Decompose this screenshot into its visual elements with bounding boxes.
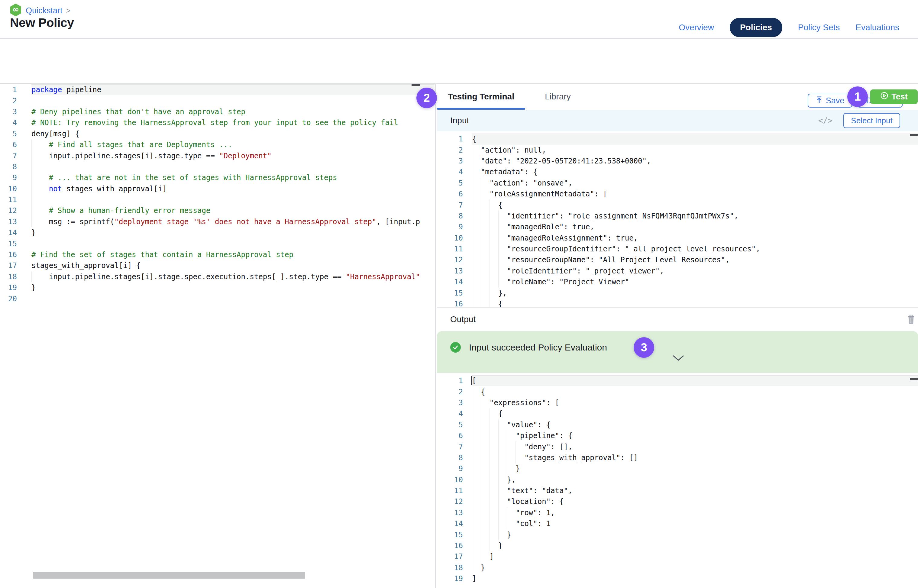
code-line[interactable]: 16 }: [437, 540, 918, 551]
code-line[interactable]: 10 not stages_with_approval[i]: [0, 183, 435, 194]
page-title: New Policy: [10, 16, 74, 30]
code-line[interactable]: 9 }: [437, 463, 918, 474]
code-line[interactable]: 15 }: [437, 529, 918, 540]
code-line[interactable]: 2 "action": null,: [437, 144, 918, 155]
code-line[interactable]: 15: [0, 238, 435, 249]
line-number: 12: [437, 255, 463, 264]
input-editor-scroll-thumb[interactable]: [910, 134, 918, 136]
code-line[interactable]: 9 # ... that are not in the set of stage…: [0, 172, 435, 183]
line-number: 15: [437, 531, 463, 539]
output-json-editor[interactable]: 1[2 {3 "expressions": [4 {5 "value": {6 …: [437, 373, 918, 588]
evaluation-success-banner: Input succeeded Policy Evaluation: [437, 331, 918, 373]
code-line[interactable]: 11 "text": "data",: [437, 485, 918, 496]
tab-library[interactable]: Library: [543, 84, 572, 110]
code-line[interactable]: 11: [0, 194, 435, 205]
output-editor-scroll-thumb[interactable]: [910, 378, 918, 380]
policy-code-editor[interactable]: 1package pipeline23# Deny pipelines that…: [0, 84, 435, 571]
line-number: 5: [0, 129, 17, 138]
breadcrumb-link-quickstart[interactable]: Quickstart: [26, 6, 63, 15]
code-line[interactable]: 14 "col": 1: [437, 518, 918, 529]
code-line[interactable]: 12 # Show a human-friendly error message: [0, 205, 435, 216]
line-number: 18: [0, 273, 17, 281]
code-line[interactable]: 19}: [0, 282, 435, 293]
code-line[interactable]: 15 },: [437, 288, 918, 298]
code-line[interactable]: 7 {: [437, 199, 918, 210]
line-number: 19: [437, 574, 463, 583]
code-line[interactable]: 13 msg := sprintf("deployment stage '%s'…: [0, 216, 435, 227]
code-line[interactable]: 16# Find the set of stages that contain …: [0, 249, 435, 260]
code-line[interactable]: 20: [0, 293, 435, 304]
nav-evaluations[interactable]: Evaluations: [855, 23, 899, 32]
trash-icon[interactable]: [907, 314, 915, 326]
code-line[interactable]: 3# Deny pipelines that don't have an app…: [0, 107, 435, 117]
code-icon[interactable]: </>: [818, 116, 832, 125]
line-number: 1: [0, 86, 17, 94]
code-line[interactable]: 17stages_with_approval[i] {: [0, 260, 435, 271]
code-line[interactable]: 4 "metadata": {: [437, 166, 918, 178]
code-text: {: [472, 386, 918, 397]
code-line[interactable]: 4 {: [437, 408, 918, 419]
code-line[interactable]: 14}: [0, 227, 435, 238]
code-line[interactable]: 1{: [437, 134, 918, 144]
code-line[interactable]: 2 {: [437, 386, 918, 397]
code-line[interactable]: 8 "identifier": "role_assignment_NsFQM43…: [437, 211, 918, 221]
code-text: deny[msg] {: [31, 128, 435, 139]
test-button[interactable]: Test: [870, 89, 918, 104]
code-text: {: [472, 134, 918, 144]
code-line[interactable]: 9 "managedRole": true,: [437, 221, 918, 233]
chevron-down-icon[interactable]: [672, 355, 685, 363]
code-text: input.pipeline.stages[i].stage.spec.exec…: [31, 271, 435, 282]
banner-row: Input succeeded Policy Evaluation: [450, 342, 607, 353]
code-line[interactable]: 4# NOTE: Try removing the HarnessApprova…: [0, 117, 435, 128]
line-number: 1: [437, 376, 463, 385]
code-line[interactable]: 6 "pipeline": {: [437, 430, 918, 441]
code-line[interactable]: 19]: [437, 573, 918, 584]
code-line[interactable]: 7 "deny": [],: [437, 441, 918, 452]
code-line[interactable]: 8: [0, 162, 435, 172]
code-text: [31, 162, 435, 172]
code-line[interactable]: 10 },: [437, 474, 918, 485]
line-number: 7: [437, 443, 463, 451]
policy-editor-scroll-thumb[interactable]: [412, 84, 420, 86]
code-line[interactable]: 5 "action": "onsave",: [437, 178, 918, 189]
code-line[interactable]: 5 "value": {: [437, 419, 918, 430]
nav-overview[interactable]: Overview: [679, 23, 714, 32]
code-line[interactable]: 2: [0, 95, 435, 106]
code-line[interactable]: 14 "roleName": "Project Viewer": [437, 276, 918, 288]
code-line[interactable]: 8 "stages_with_approval": []: [437, 452, 918, 463]
line-number: 8: [437, 454, 463, 462]
code-line[interactable]: 3 "expressions": [: [437, 397, 918, 408]
select-input-button[interactable]: Select Input: [844, 113, 900, 128]
banner-message: Input succeeded Policy Evaluation: [469, 342, 607, 353]
input-json-editor[interactable]: 1{2 "action": null,3 "date": "2022-05-05…: [437, 131, 918, 309]
code-text: input.pipeline.stages[i].stage.type == "…: [31, 150, 435, 161]
line-number: 10: [437, 234, 463, 242]
line-number: 20: [0, 295, 17, 303]
line-number: 14: [437, 519, 463, 528]
code-line[interactable]: 6 # Find all stages that are Deployments…: [0, 139, 435, 150]
code-line[interactable]: 11 "resourceGroupIdentifier": "_all_proj…: [437, 244, 918, 254]
nav-policies[interactable]: Policies: [730, 18, 782, 37]
code-line[interactable]: 18 input.pipeline.stages[i].stage.spec.e…: [0, 271, 435, 282]
line-number: 11: [0, 195, 17, 204]
code-line[interactable]: 6 "roleAssignmentMetadata": [: [437, 189, 918, 199]
code-line[interactable]: 17 ]: [437, 551, 918, 562]
code-line[interactable]: 13 "roleIdentifier": "_project_viewer",: [437, 266, 918, 276]
line-number: 11: [437, 245, 463, 253]
code-line[interactable]: 5deny[msg] {: [0, 128, 435, 139]
code-line[interactable]: 13 "row": 1,: [437, 507, 918, 518]
code-line[interactable]: 7 input.pipeline.stages[i].stage.type ==…: [0, 150, 435, 161]
policy-editor-hscrollbar-thumb[interactable]: [33, 572, 305, 578]
code-line[interactable]: 12 "location": {: [437, 496, 918, 507]
tab-testing-terminal[interactable]: Testing Terminal: [437, 84, 525, 110]
code-text: }: [31, 282, 435, 293]
code-line[interactable]: 1package pipeline: [0, 84, 435, 95]
pane-divider[interactable]: [435, 83, 436, 588]
code-line[interactable]: 10 "managedRoleAssignment": true,: [437, 233, 918, 244]
nav-policy-sets[interactable]: Policy Sets: [798, 23, 840, 32]
code-line[interactable]: 1[: [437, 375, 918, 386]
top-nav: Overview Policies Policy Sets Evaluation…: [679, 18, 899, 37]
code-line[interactable]: 12 "resourceGroupName": "All Project Lev…: [437, 254, 918, 265]
code-line[interactable]: 3 "date": "2022-05-05T20:41:23.538+0000"…: [437, 156, 918, 166]
code-line[interactable]: 18 }: [437, 562, 918, 573]
